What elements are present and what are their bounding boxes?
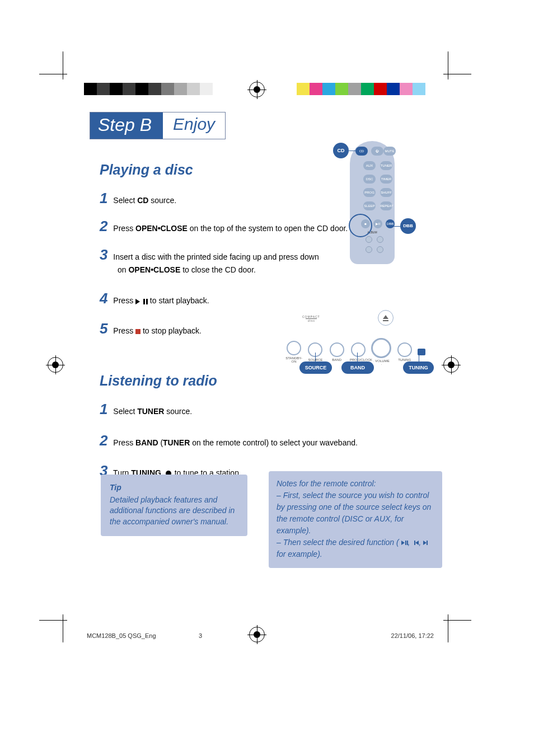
step-text: Press — [113, 326, 135, 335]
callout-bubble-cd: CD — [333, 143, 349, 158]
color-swatch — [200, 83, 213, 95]
play-pause-icon — [401, 538, 408, 547]
color-swatch — [387, 83, 400, 95]
color-swatch — [148, 83, 161, 95]
color-swatch — [187, 83, 200, 95]
knob: TUNING — [396, 342, 413, 361]
notes-text: – Then select the desired function ( — [277, 538, 401, 547]
callout-bubble-source: SOURCE — [299, 361, 332, 374]
step-number: 3 — [100, 246, 107, 263]
step-b-label: Step B — [90, 112, 163, 139]
enjoy-label: Enjoy — [163, 112, 225, 139]
notes-text: for example). — [277, 550, 322, 558]
color-swatch — [135, 83, 148, 95]
remote-btn-aux: AUX — [363, 161, 376, 170]
callout-bubble-dbb: DBB — [400, 218, 416, 234]
step-text: Press — [113, 438, 135, 447]
step-bold: TUNER — [163, 438, 190, 447]
remote-btn-cd: CD — [355, 147, 368, 156]
step-text: Insert a disc with the printed side faci… — [113, 252, 318, 261]
knob: PROG/CLOCK — [350, 342, 367, 361]
section-title-radio: Listening to radio — [100, 373, 437, 389]
callout-circle-icon — [349, 214, 372, 237]
front-panel-illustration: COMPACTdisc STANDBY-ONSOURCEBANDPROG/CLO… — [280, 308, 431, 372]
notes-text: , — [419, 538, 423, 547]
step-text: to stop playback. — [143, 326, 202, 335]
remote-btn-play: ▶II — [373, 219, 382, 228]
step-number: 1 — [100, 190, 107, 206]
color-swatch — [322, 83, 335, 95]
play-pause-icon — [135, 296, 148, 307]
svg-text:COMPACT: COMPACT — [302, 315, 320, 318]
color-swatch — [361, 83, 374, 95]
radio-steps: 1 Select TUNER source. 2 Press BAND (TUN… — [100, 399, 437, 481]
crop-mark — [39, 74, 67, 74]
remote-btn-prev — [366, 236, 372, 243]
crop-mark — [448, 614, 448, 642]
footer: MCM128B_05 QSG_Eng 3 22/11/06, 17:22 — [87, 632, 434, 639]
svg-text:disc: disc — [308, 319, 315, 322]
step-bold: TUNER — [137, 407, 164, 416]
step-number: 1 — [100, 401, 107, 417]
color-swatch — [84, 83, 97, 95]
registration-mark-icon — [249, 82, 265, 97]
remote-btn-timer: TIMER — [380, 175, 392, 184]
remote-btn-repeat: REPEAT — [380, 201, 392, 210]
remote-btn-mute: MUTE — [383, 147, 396, 156]
step-number: 2 — [100, 218, 107, 234]
footer-date: 22/11/06, 17:22 — [391, 632, 434, 639]
next-icon — [423, 538, 428, 547]
color-swatch — [123, 83, 135, 95]
radio-step-1: 1 Select TUNER source. — [100, 399, 437, 419]
knob-label: BAND — [329, 358, 345, 361]
step-bold: CD — [137, 196, 148, 205]
page: Step B Enjoy Playing a disc 1 Select CD … — [0, 0, 534, 756]
remote-btn-sleep: SLEEP — [363, 201, 376, 210]
step-4: 4 Press to start playback. — [100, 288, 437, 308]
step-text: to start playback. — [150, 296, 209, 305]
remote-btn-next — [377, 236, 383, 243]
step-text: Press — [113, 224, 135, 233]
registration-mark-icon — [48, 357, 63, 373]
remote-btn-dsc: DSC — [363, 175, 376, 184]
remote-btn-volplus — [377, 246, 383, 253]
tip-title: Tip — [110, 482, 238, 494]
color-swatch — [174, 83, 187, 95]
eject-button-icon — [378, 310, 394, 326]
step-number: 4 — [100, 290, 107, 307]
step-text: on the remote control) to select your wa… — [190, 438, 358, 447]
step-text: Select — [113, 196, 137, 205]
color-bar-right — [297, 83, 425, 95]
remote-btn-volminus — [366, 246, 372, 253]
knob: BAND — [329, 342, 345, 361]
registration-mark-icon — [443, 357, 459, 373]
color-swatch — [348, 83, 361, 95]
callout-bubble-tuning: TUNING — [403, 361, 434, 374]
color-swatch — [297, 83, 310, 95]
remote-btn-dbb: DBB — [386, 219, 395, 228]
knob-label: · VOLUME · — [373, 359, 390, 366]
step-bold: OPEN•CLOSE — [128, 265, 180, 274]
color-swatch — [97, 83, 110, 95]
color-swatch — [374, 83, 387, 95]
step-bold: BAND — [135, 438, 158, 447]
crop-mark — [448, 51, 448, 79]
step-number: 5 — [100, 320, 107, 337]
cd-logo: COMPACTdisc — [302, 313, 325, 323]
notes-line-1: – First, select the source you wish to c… — [277, 490, 433, 537]
notes-text: , — [408, 538, 413, 547]
step-text: to close the CD door. — [180, 265, 256, 274]
crop-mark — [443, 620, 471, 621]
footer-page: 3 — [199, 632, 202, 639]
radio-step-2: 2 Press BAND (TUNER on the remote contro… — [100, 430, 437, 450]
knob: STANDBY-ON — [285, 341, 302, 363]
step-text: Press — [113, 296, 135, 305]
tip-body: Detailed playback features and additiona… — [110, 495, 238, 528]
step-text: on the top of the system to open the CD … — [188, 224, 348, 233]
tip-box: Tip Detailed playback features and addit… — [101, 475, 247, 536]
remote-btn-shuf: SHUFF — [380, 188, 392, 197]
remote-btn-tuner: TUNER — [380, 161, 392, 170]
step-text: Select — [113, 407, 137, 416]
remote-btn-prog: PROG — [363, 188, 376, 197]
step-number: 2 — [100, 432, 107, 449]
